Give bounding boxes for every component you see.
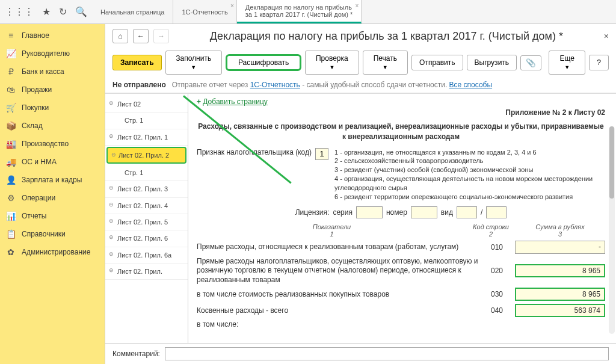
tree-item[interactable]: ⊖Лист 02 <box>105 96 188 113</box>
list-icon: 📋 <box>6 229 16 239</box>
columns-header: Показатели1 Код строки2 Сумма в рублях3 <box>197 223 605 238</box>
ruble-icon: ₽ <box>6 67 16 76</box>
tree-item[interactable]: ⊖Лист 02. Прил. 1 <box>105 129 188 146</box>
sidebar-item-purchases[interactable]: 🛒Покупки <box>0 99 105 117</box>
cart-icon: 🛒 <box>6 103 16 113</box>
data-rows: Прямые расходы, относящиеся к реализован… <box>197 241 605 330</box>
chart-icon: 📈 <box>6 49 16 58</box>
collapse-icon[interactable]: ⊖ <box>111 152 116 159</box>
bag-icon: 🛍 <box>6 85 16 94</box>
check-button[interactable]: Проверка ▼ <box>305 51 359 75</box>
home-button[interactable]: ⌂ <box>112 29 128 43</box>
row-value[interactable]: 8 965 <box>515 264 605 277</box>
scrollbar[interactable] <box>609 126 615 334</box>
sidebar: ≡Главное 📈Руководителю ₽Банк и касса 🛍Пр… <box>0 24 105 364</box>
sidebar-item-sales[interactable]: 🛍Продажи <box>0 81 105 99</box>
license-number-input[interactable] <box>411 206 437 218</box>
scroll-thumb[interactable] <box>609 126 614 199</box>
sign-code-input[interactable] <box>315 148 328 160</box>
collapse-icon[interactable]: ⊖ <box>109 202 114 209</box>
menu-icon: ≡ <box>6 31 16 40</box>
tree-item[interactable]: ⊖Лист 02. Прил. 6а <box>105 247 188 264</box>
tabs: Начальная страница 1С-Отчетность× Деклар… <box>92 0 362 23</box>
chevron-down-icon: ▼ <box>191 64 196 70</box>
comment-input[interactable] <box>165 347 609 360</box>
tree-item[interactable]: ⊖Лист 02. Прил. 3 <box>105 181 188 197</box>
collapse-icon[interactable]: ⊖ <box>109 185 114 192</box>
tree-item[interactable]: Стр. 1 <box>105 113 188 129</box>
forward-button[interactable]: → <box>153 29 169 43</box>
factory-icon: 🏭 <box>6 139 16 149</box>
close-icon[interactable]: × <box>604 31 609 41</box>
tree-item[interactable]: ⊖Лист 02. Прил. 5 <box>105 214 188 230</box>
footer: Комментарий: <box>105 343 616 364</box>
license-serie-input[interactable] <box>356 206 383 218</box>
admin-icon: ✿ <box>6 247 16 257</box>
row-value[interactable]: 8 965 <box>515 288 605 301</box>
sidebar-item-hr[interactable]: 👤Зарплата и кадры <box>0 171 105 189</box>
gear-icon: ⚙ <box>6 193 16 203</box>
tree-item[interactable]: Стр. 1 <box>105 165 188 181</box>
row-desc: Косвенные расходы - всего <box>197 306 479 316</box>
close-icon[interactable]: × <box>230 2 234 9</box>
sheet-tree: ⊖Лист 02 Стр. 1 ⊖Лист 02. Прил. 1 ⊖Лист … <box>105 94 188 343</box>
collapse-icon[interactable]: ⊖ <box>109 251 114 258</box>
row-code: 020 <box>486 267 508 275</box>
tree-item[interactable]: ⊖Лист 02. Прил. 6 <box>105 230 188 247</box>
row-value[interactable]: 563 874 <box>515 304 605 317</box>
print-button[interactable]: Печать ▼ <box>363 51 408 75</box>
sidebar-item-catalogs[interactable]: 📋Справочники <box>0 225 105 243</box>
chevron-down-icon: ▼ <box>383 64 388 70</box>
sidebar-item-operations[interactable]: ⚙Операции <box>0 189 105 207</box>
decrypt-button[interactable]: Расшифровать <box>226 54 301 71</box>
more-button[interactable]: Еще ▼ <box>549 51 585 75</box>
license-type-input[interactable] <box>457 206 477 218</box>
apps-icon[interactable]: ⋮⋮⋮ <box>5 6 34 17</box>
collapse-icon[interactable]: ⊖ <box>109 133 114 140</box>
row-code: 030 <box>486 290 508 298</box>
sidebar-item-manager[interactable]: 📈Руководителю <box>0 45 105 63</box>
close-icon[interactable]: × <box>356 2 359 9</box>
back-button[interactable]: ← <box>133 29 149 43</box>
tab-declaration[interactable]: Декларация по налогу на прибыль за 1 ква… <box>237 0 362 23</box>
license-extra-input[interactable] <box>486 206 507 218</box>
tab-home[interactable]: Начальная страница <box>92 0 173 23</box>
sign-label: Признак налогоплательщика (код) <box>197 148 312 156</box>
box-icon: 📦 <box>6 121 16 131</box>
content: ⌂ ← → Декларация по налогу на прибыль за… <box>105 24 616 364</box>
sidebar-item-main[interactable]: ≡Главное <box>0 26 105 45</box>
sidebar-item-production[interactable]: 🏭Производство <box>0 135 105 153</box>
chevron-down-icon: ▼ <box>564 64 570 70</box>
sidebar-item-reports[interactable]: 📊Отчеты <box>0 207 105 225</box>
collapse-icon[interactable]: ⊖ <box>109 218 114 225</box>
topbar-icons: ⋮⋮⋮ ★ ↻ 🔍 <box>0 0 92 23</box>
sidebar-item-bank[interactable]: ₽Банк и касса <box>0 63 105 81</box>
sidebar-item-admin[interactable]: ✿Администрирование <box>0 243 105 261</box>
row-code: 040 <box>486 306 508 315</box>
link-all-methods[interactable]: Все способы <box>449 81 493 89</box>
attach-button[interactable]: 📎 <box>520 55 541 70</box>
tab-reporting[interactable]: 1С-Отчетность× <box>173 0 236 23</box>
add-page-link[interactable]: + Добавить страницу <box>197 97 268 106</box>
link-1c-reporting[interactable]: 1С-Отчетность <box>250 81 300 89</box>
collapse-icon[interactable]: ⊖ <box>109 234 114 241</box>
sidebar-item-warehouse[interactable]: 📦Склад <box>0 117 105 135</box>
tree-item-selected[interactable]: ⊖Лист 02. Прил. 2 <box>106 147 186 164</box>
collapse-icon[interactable]: ⊖ <box>109 100 114 107</box>
sidebar-item-assets[interactable]: 🚚ОС и НМА <box>0 153 105 171</box>
row-value[interactable]: - <box>515 241 605 254</box>
export-button[interactable]: Выгрузить <box>467 55 517 70</box>
collapse-icon[interactable]: ⊖ <box>109 267 114 274</box>
help-button[interactable]: ? <box>589 55 609 70</box>
star-icon[interactable]: ★ <box>42 6 51 17</box>
toolbar: Записать Заполнить ▼ Расшифровать Провер… <box>105 48 616 77</box>
header: ⌂ ← → Декларация по налогу на прибыль за… <box>105 24 616 48</box>
search-icon[interactable]: 🔍 <box>75 6 87 17</box>
save-button[interactable]: Записать <box>112 55 162 70</box>
data-row: в том числе стоимость реализованных поку… <box>197 288 605 301</box>
history-icon[interactable]: ↻ <box>59 6 67 17</box>
send-button[interactable]: Отправить <box>411 55 463 70</box>
fill-button[interactable]: Заполнить ▼ <box>165 51 222 75</box>
tree-item[interactable]: ⊖Лист 02. Прил. <box>105 264 188 280</box>
tree-item[interactable]: ⊖Лист 02. Прил. 4 <box>105 198 188 214</box>
